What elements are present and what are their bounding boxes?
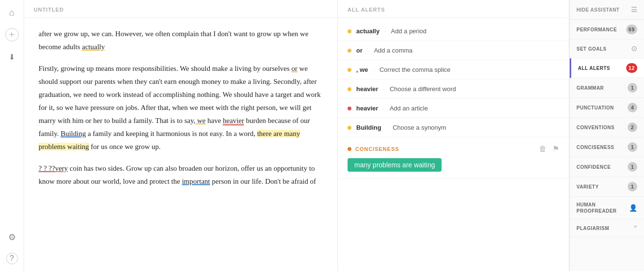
home-icon[interactable]: ⌂ — [4, 5, 20, 20]
alert-action-building: Choose a synonym — [393, 124, 446, 131]
grammar-badge: 1 — [628, 83, 637, 93]
alert-row-building[interactable]: Building · Choose a synonym — [338, 118, 569, 137]
alert-comma-we: , we — [193, 117, 205, 124]
conciseness-item[interactable]: CONCISENESS 1 — [570, 137, 644, 157]
conciseness-action-icons: 🗑 ⚑ — [539, 144, 559, 153]
alert-building: Building — [61, 130, 86, 137]
alert-very: very — [55, 164, 68, 172]
alert-word-or: or — [356, 47, 362, 54]
alert-dot-building — [348, 126, 351, 130]
performance-item[interactable]: PERFORMANCE 69 — [570, 20, 644, 40]
plagiarism-icon: " — [634, 224, 637, 232]
hide-assistant-button[interactable]: HIDE ASSISTANT ☰ — [570, 0, 644, 20]
conventions-label: CONVENTIONS — [577, 125, 615, 130]
set-goals-item[interactable]: SET GOALS ⊙ — [570, 40, 644, 58]
alert-action-heavier-article: Add an article — [389, 105, 428, 112]
plagiarism-label: PLAGIARISM — [577, 226, 609, 231]
alerts-list: actually · Add a period or · Add a comma… — [338, 18, 569, 271]
alerts-header: ALL ALERTS — [338, 0, 569, 18]
alert-or: or — [292, 65, 298, 72]
alert-sep-4: · — [383, 85, 385, 93]
all-alerts-label: ALL ALERTS — [578, 66, 610, 71]
alert-word-comma-we: , we — [356, 66, 368, 73]
conciseness-block: CONCISENESS 🗑 ⚑ many problems are waitin… — [338, 137, 569, 179]
grammar-label: GRAMMAR — [577, 85, 604, 91]
set-goals-label: SET GOALS — [577, 46, 606, 52]
download-icon[interactable]: ⬇ — [4, 49, 20, 65]
performance-label: PERFORMANCE — [577, 27, 617, 32]
human-proofreader-label: HUMAN PROOFREADER — [577, 202, 629, 214]
all-alerts-item[interactable]: ALL ALERTS 12 — [570, 58, 644, 78]
alert-actually: actually — [82, 43, 105, 51]
editor-content[interactable]: after we grow up, we can. However, we of… — [24, 18, 337, 271]
add-icon[interactable]: + — [5, 28, 19, 41]
help-icon[interactable]: ? — [6, 253, 18, 264]
confidence-item[interactable]: CONFIDENCE 1 — [570, 157, 644, 177]
alert-action-or: Add a comma — [374, 47, 413, 54]
alert-row-heavier-word[interactable]: heavier · Choose a different word — [338, 80, 569, 99]
conciseness-label: CONCISENESS — [577, 145, 614, 150]
conventions-badge: 2 — [628, 122, 637, 132]
editor-title: UNTITLED — [24, 0, 337, 18]
hide-assistant-label: HIDE ASSISTANT — [577, 7, 619, 13]
alert-dot-heavier-article — [348, 107, 351, 110]
confidence-label: CONFIDENCE — [577, 164, 611, 170]
alert-heavier-word: heavier — [223, 117, 244, 125]
flag-icon[interactable]: ⚑ — [552, 144, 559, 153]
alert-word-building: Building — [356, 124, 381, 131]
set-goals-icon: ⊙ — [631, 44, 638, 53]
alert-dot-heavier-word — [348, 87, 351, 91]
alert-dot-actually — [348, 29, 351, 33]
alerts-panel: ALL ALERTS actually · Add a period or · … — [338, 0, 569, 271]
conciseness-highlight[interactable]: many problems are waiting — [348, 158, 442, 172]
human-proofreader-item[interactable]: HUMAN PROOFREADER 👤 — [570, 197, 644, 219]
alert-dot-comma-we — [348, 68, 351, 72]
alert-word-actually: actually — [356, 27, 379, 35]
conciseness-badge: 1 — [628, 142, 637, 152]
conciseness-label-row: CONCISENESS 🗑 ⚑ — [348, 144, 559, 153]
performance-badge: 69 — [626, 25, 637, 34]
punctuation-item[interactable]: PUNCTUATION 4 — [570, 98, 644, 118]
conciseness-dot — [348, 147, 351, 151]
confidence-badge: 1 — [628, 162, 637, 172]
plagiarism-item[interactable]: PLAGIARISM " — [570, 219, 644, 237]
settings-icon[interactable]: ⚙ — [4, 230, 20, 245]
alert-row-comma-we[interactable]: , we · Correct the comma splice — [338, 60, 569, 80]
alert-word-heavier-word: heavier — [356, 85, 378, 93]
alert-action-actually: Add a period — [391, 27, 427, 35]
variety-item[interactable]: VARIETY 1 — [570, 177, 644, 197]
conventions-item[interactable]: CONVENTIONS 2 — [570, 118, 644, 137]
alert-sep-2: · — [367, 47, 369, 54]
punctuation-badge: 4 — [628, 103, 637, 112]
hide-assistant-icon: ☰ — [631, 6, 638, 14]
conciseness-text-label: CONCISENESS — [355, 146, 399, 152]
alert-row-or[interactable]: or · Add a comma — [338, 41, 569, 60]
alert-action-comma-we: Correct the comma splice — [379, 66, 450, 73]
right-sidebar: HIDE ASSISTANT ☰ PERFORMANCE 69 SET GOAL… — [569, 0, 644, 271]
alert-sep-1: · — [384, 27, 386, 35]
paragraph-1: after we grow up, we can. However, we of… — [39, 27, 323, 54]
alert-row-heavier-article[interactable]: heavier · Add an article — [338, 99, 569, 118]
alert-question-marks: ? ? ?? — [39, 164, 55, 172]
delete-icon[interactable]: 🗑 — [539, 145, 547, 153]
alert-sep-5: · — [383, 105, 385, 112]
alert-word-heavier-article: heavier — [356, 105, 378, 112]
paragraph-2: Firstly, growing up means more responsib… — [39, 62, 323, 153]
alert-important: important — [182, 177, 210, 185]
punctuation-label: PUNCTUATION — [577, 105, 614, 110]
human-proofreader-icon: 👤 — [629, 204, 638, 212]
alert-sep-6: · — [386, 124, 388, 131]
grammar-item[interactable]: GRAMMAR 1 — [570, 78, 644, 98]
editor-area: UNTITLED after we grow up, we can. Howev… — [24, 0, 338, 271]
paragraph-3: ? ? ??very coin has two sides. Grow up c… — [39, 162, 323, 188]
alert-sep-3: · — [373, 66, 375, 73]
alert-dot-or — [348, 49, 351, 53]
all-alerts-badge: 12 — [626, 63, 637, 73]
alert-action-heavier-word: Choose a different word — [389, 85, 456, 93]
variety-label: VARIETY — [577, 184, 599, 190]
alert-row-actually[interactable]: actually · Add a period — [338, 22, 569, 41]
variety-badge: 1 — [628, 182, 637, 191]
left-sidebar: ⌂ + ⬇ ⚙ ? — [0, 0, 24, 271]
